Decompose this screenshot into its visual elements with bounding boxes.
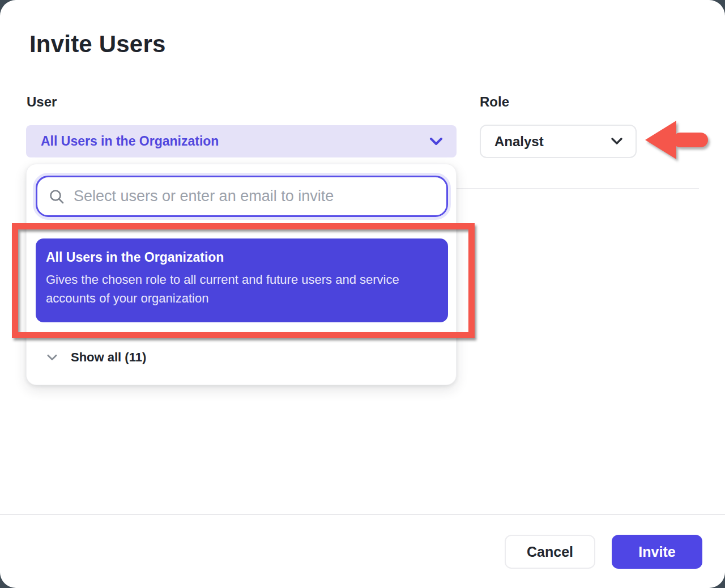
- user-select[interactable]: All Users in the Organization: [26, 125, 457, 157]
- page-title: Invite Users: [29, 31, 166, 58]
- role-select-value: Analyst: [494, 134, 611, 150]
- invite-users-modal: Invite Users User Role All Users in the …: [0, 0, 725, 588]
- option-description: Gives the chosen role to all current and…: [46, 270, 437, 308]
- search-icon: [49, 189, 65, 204]
- screenshot-stage: Invite Users User Role All Users in the …: [0, 0, 725, 588]
- cancel-button[interactable]: Cancel: [505, 535, 595, 569]
- chevron-down-icon: [47, 354, 57, 361]
- user-field-label: User: [27, 94, 57, 110]
- user-search-field: [36, 176, 448, 217]
- show-all-label: Show all (11): [71, 350, 146, 365]
- invite-button[interactable]: Invite: [612, 535, 702, 569]
- chevron-down-icon: [611, 137, 623, 146]
- footer-divider: [0, 514, 725, 515]
- chevron-down-icon: [429, 137, 443, 146]
- show-all-toggle[interactable]: Show all (11): [27, 342, 456, 373]
- user-search-input[interactable]: [74, 188, 435, 205]
- role-field-label: Role: [480, 94, 509, 110]
- role-select[interactable]: Analyst: [480, 125, 637, 158]
- user-dropdown-panel: All Users in the Organization Gives the …: [26, 164, 457, 385]
- user-select-value: All Users in the Organization: [41, 134, 429, 149]
- dropdown-option-all-users[interactable]: All Users in the Organization Gives the …: [36, 238, 448, 322]
- option-title: All Users in the Organization: [46, 250, 437, 265]
